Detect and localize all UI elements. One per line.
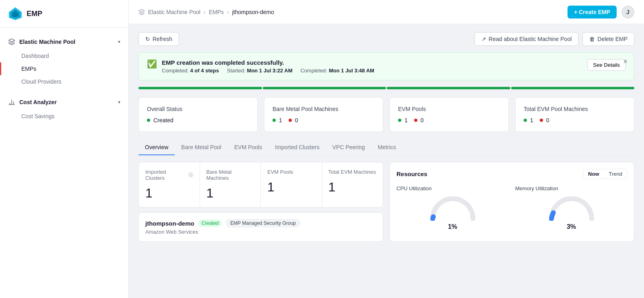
resources-panel: Resources Now Trend CPU Utilization — [390, 162, 634, 242]
tab-metrics[interactable]: Metrics — [372, 140, 402, 155]
breadcrumb-root[interactable]: Elastic Machine Pool — [148, 9, 200, 15]
help-icon[interactable]: ⓪ — [188, 172, 193, 179]
nav-section-title-cost: Cost Analyzer — [19, 99, 57, 105]
trash-icon: 🗑 — [589, 36, 595, 42]
completed-label: Completed: — [162, 68, 188, 74]
breadcrumb-icon — [138, 9, 145, 15]
dot-red-icon-evm — [414, 119, 417, 122]
sidebar-item-emps[interactable]: EMPs — [0, 62, 128, 75]
success-meta: Completed: 4 of 4 steps Started: Mon 1 J… — [162, 68, 578, 74]
metric-tile-title-bare-metal: Bare Metal Machines — [206, 169, 254, 181]
started-at: Started: Mon 1 Jul 3:22 AM — [227, 68, 292, 74]
status-card-value-evm-pools: 1 0 — [398, 117, 500, 123]
metric-tile-title-imported: Imported Clusters ⓪ — [145, 169, 193, 181]
progress-segment-2 — [263, 87, 386, 89]
resources-toggle-now[interactable]: Now — [583, 169, 604, 179]
close-banner-button[interactable]: × — [623, 58, 627, 66]
dot-green-icon-bm — [272, 119, 276, 122]
sidebar: EMP Elastic Machine Pool ▾ — [0, 0, 129, 298]
tab-bare-metal-pool[interactable]: Bare Metal Pool — [175, 140, 228, 155]
status-card-overall: Overall Status Created — [138, 97, 258, 132]
started-value: Mon 1 Jul 3:22 AM — [247, 68, 293, 74]
sidebar-item-dashboard[interactable]: Dashboard — [0, 49, 128, 62]
avatar[interactable]: J — [621, 6, 634, 18]
create-emp-button[interactable]: + Create EMP — [568, 6, 617, 18]
nav-section-title-emp: Elastic Machine Pool — [19, 39, 75, 45]
status-card-title-bare-metal: Bare Metal Pool Machines — [272, 106, 375, 112]
delete-emp-button[interactable]: 🗑 Delete EMP — [582, 32, 634, 46]
metric-tile-total-evm: Total EVM Machines 1 — [322, 162, 383, 207]
dot-green-icon-evm — [398, 119, 401, 122]
dot-green-icon-total — [524, 119, 527, 122]
metric-tile-bare-metal-machines: Bare Metal Machines 1 — [200, 162, 261, 207]
main-content: Elastic Machine Pool › EMPs › jthompson-… — [129, 0, 644, 298]
memory-utilization-metric: Memory Utilization 3% — [515, 185, 627, 230]
status-card-total-evm: Total EVM Pool Machines 1 0 — [515, 97, 634, 132]
evm-pools-count-green: 1 — [405, 117, 408, 123]
started-label: Started: — [227, 68, 246, 74]
content-area: ↻ Refresh ↗ Read about Elastic Machine P… — [129, 24, 644, 298]
svg-marker-8 — [139, 9, 144, 12]
breadcrumb: Elastic Machine Pool › EMPs › jthompson-… — [138, 9, 274, 15]
success-title: EMP creation was completed successfully. — [162, 59, 578, 66]
resources-metrics: CPU Utilization 1% Memory Utilizati — [396, 185, 627, 230]
metric-tile-evm-pools: EVM Pools 1 — [261, 162, 322, 207]
dot-red-icon-bm — [289, 119, 292, 122]
chart-icon — [8, 99, 15, 106]
metric-tile-value-bare-metal: 1 — [206, 186, 254, 201]
action-bar-right: ↗ Read about Elastic Machine Pool 🗑 Dele… — [475, 32, 634, 46]
status-card-title-overall: Overall Status — [147, 106, 249, 112]
sidebar-item-cloud-providers[interactable]: Cloud Providers — [0, 75, 128, 88]
nav-section-header-cost[interactable]: Cost Analyzer ▾ — [0, 95, 128, 110]
status-cards: Overall Status Created Bare Metal Pool M… — [138, 97, 634, 132]
metric-tile-imported-clusters: Imported Clusters ⓪ 1 — [139, 162, 200, 207]
dot-red-icon-total — [540, 119, 543, 122]
read-about-button[interactable]: ↗ Read about Elastic Machine Pool — [475, 32, 578, 46]
status-card-value-overall: Created — [147, 117, 249, 123]
resources-title: Resources — [396, 171, 427, 177]
layers-icon — [8, 38, 15, 45]
progress-segment-4 — [511, 87, 635, 89]
breadcrumb-current: jthompson-demo — [232, 9, 274, 15]
tab-evm-pools[interactable]: EVM Pools — [228, 140, 268, 155]
cpu-utilization-metric: CPU Utilization 1% — [396, 185, 509, 230]
bare-metal-count-green: 1 — [279, 117, 282, 123]
emp-item-name: jthompson-demo — [145, 220, 194, 227]
success-content: EMP creation was completed successfully.… — [162, 59, 578, 74]
metric-tile-title-total: Total EVM Machines — [328, 169, 377, 175]
metric-tile-value-evm: 1 — [267, 180, 315, 195]
emp-item-card: jthompson-demo Created EMP Managed Secur… — [138, 212, 383, 242]
action-bar-left: ↻ Refresh — [138, 32, 179, 46]
cpu-utilization-value: 1% — [448, 223, 457, 230]
nav-section-header-emp[interactable]: Elastic Machine Pool ▾ — [0, 34, 128, 49]
resources-toggle-trend[interactable]: Trend — [604, 169, 627, 179]
status-card-title-total-evm: Total EVM Pool Machines — [524, 106, 626, 112]
svg-marker-3 — [9, 39, 15, 42]
metric-tile-title-evm: EVM Pools — [267, 169, 315, 175]
progress-segment-1 — [138, 87, 262, 89]
overview-left: Imported Clusters ⓪ 1 Bare Metal Machine… — [138, 162, 383, 242]
metric-tile-value-imported: 1 — [145, 186, 193, 201]
resources-toggle: Now Trend — [583, 169, 627, 179]
status-card-bare-metal: Bare Metal Pool Machines 1 0 — [264, 97, 383, 132]
tab-imported-clusters[interactable]: Imported Clusters — [268, 140, 326, 155]
see-details-button[interactable]: See Details — [587, 59, 626, 71]
progress-bar — [138, 87, 634, 89]
cpu-donut-chart — [429, 195, 477, 221]
sidebar-item-cost-savings[interactable]: Cost Savings — [0, 110, 128, 123]
refresh-button[interactable]: ↻ Refresh — [138, 32, 179, 46]
status-card-title-evm-pools: EVM Pools — [398, 106, 500, 112]
topbar: Elastic Machine Pool › EMPs › jthompson-… — [129, 0, 644, 24]
total-evm-count-red: 0 — [546, 117, 549, 123]
emp-security-badge: EMP Managed Security Group — [226, 219, 300, 227]
tab-overview[interactable]: Overview — [138, 140, 175, 155]
tab-vpc-peering[interactable]: VPC Peering — [326, 140, 372, 155]
breadcrumb-mid[interactable]: EMPs — [209, 9, 224, 15]
breadcrumb-sep-2: › — [227, 9, 229, 15]
memory-utilization-value: 3% — [567, 223, 576, 230]
nav-section-emp: Elastic Machine Pool ▾ Dashboard EMPs Cl… — [0, 34, 128, 91]
logo-area: EMP — [0, 0, 128, 28]
status-card-value-bare-metal: 1 0 — [272, 117, 375, 123]
metric-tile-value-total: 1 — [328, 180, 377, 195]
logo-text: EMP — [27, 10, 42, 18]
